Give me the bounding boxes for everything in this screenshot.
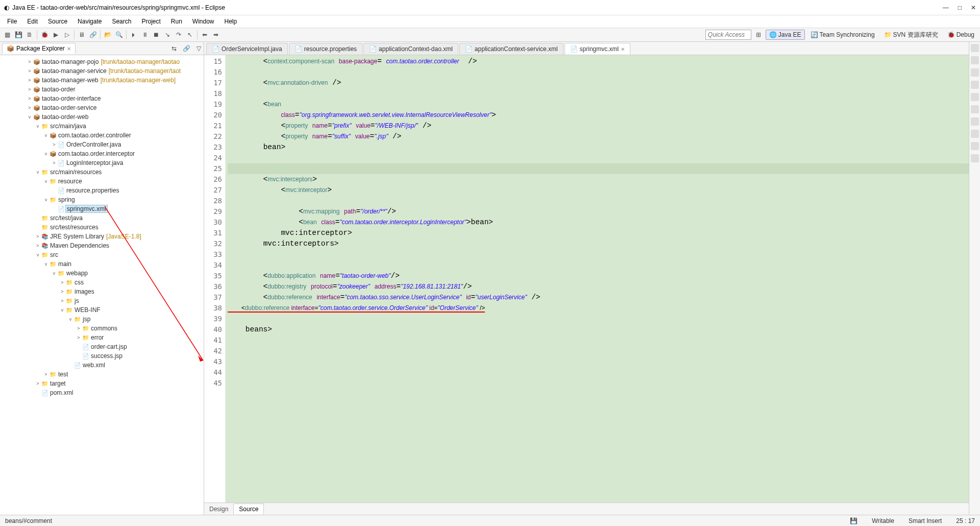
mode-tab-design[interactable]: Design bbox=[204, 504, 234, 514]
tree-item[interactable]: >📁target bbox=[0, 379, 204, 388]
tree-item[interactable]: 📄springmvc.xml bbox=[0, 204, 204, 213]
task-icon[interactable] bbox=[971, 56, 979, 64]
tree-item[interactable]: v📁src/main/java bbox=[0, 122, 204, 131]
link-editor-icon[interactable]: 🔗 bbox=[181, 43, 191, 54]
run-icon[interactable]: ▶ bbox=[51, 30, 61, 40]
run-last-icon[interactable]: ▷ bbox=[62, 30, 72, 40]
servers-icon[interactable] bbox=[971, 117, 979, 126]
editor-tab[interactable]: 📄applicationContext-dao.xml bbox=[363, 43, 458, 55]
close-icon[interactable]: ✕ bbox=[67, 46, 71, 52]
perspective-svn[interactable]: 📁SVN 资源库研究 bbox=[880, 29, 942, 41]
step-into-icon[interactable]: ↘ bbox=[162, 30, 173, 40]
outline-icon[interactable] bbox=[971, 44, 979, 52]
tree-item[interactable]: >📁css bbox=[0, 278, 204, 287]
suspend-icon[interactable]: ⏸ bbox=[140, 30, 150, 40]
new-icon[interactable]: ▦ bbox=[2, 30, 12, 40]
data-icon[interactable] bbox=[971, 130, 979, 138]
perspective-debug[interactable]: 🐞Debug bbox=[944, 30, 978, 40]
menu-search[interactable]: Search bbox=[108, 17, 135, 26]
prev-edit-icon[interactable]: ⬅ bbox=[200, 30, 210, 40]
package-explorer-tab[interactable]: 📦 Package Explorer ✕ bbox=[2, 43, 76, 54]
tree-item[interactable]: >📦taotao-order-interface bbox=[0, 94, 204, 103]
tree-item[interactable]: v📦com.taotao.order.controller bbox=[0, 131, 204, 140]
perspective-javaee[interactable]: 🌐Java EE bbox=[766, 30, 805, 40]
tree-item[interactable]: >📦taotao-manager-web[trunk/taotao-manage… bbox=[0, 76, 204, 85]
tree-item[interactable]: v📁main bbox=[0, 259, 204, 269]
menu-file[interactable]: File bbox=[3, 17, 21, 26]
tree-item[interactable]: v📦taotao-order-web bbox=[0, 112, 204, 122]
menu-project[interactable]: Project bbox=[137, 17, 164, 26]
tree-item[interactable]: v📁webapp bbox=[0, 269, 204, 278]
next-edit-icon[interactable]: ➡ bbox=[211, 30, 221, 40]
menu-edit[interactable]: Edit bbox=[23, 17, 42, 26]
open-perspective-icon[interactable]: ⊞ bbox=[753, 30, 764, 40]
open-type-icon[interactable]: 📂 bbox=[103, 30, 113, 40]
debug-icon[interactable]: 🐞 bbox=[39, 30, 50, 40]
tree-item[interactable]: 📁src/test/java bbox=[0, 213, 204, 223]
step-return-icon[interactable]: ↖ bbox=[185, 30, 195, 40]
editor-tab[interactable]: 📄springmvc.xml✕ bbox=[565, 43, 631, 55]
markers-icon[interactable] bbox=[971, 93, 979, 101]
editor-tab[interactable]: 📄applicationContext-service.xml bbox=[459, 43, 564, 55]
save-icon[interactable]: 💾 bbox=[13, 30, 23, 40]
tree-item[interactable]: v📁WEB-INF bbox=[0, 305, 204, 315]
menu-navigate[interactable]: Navigate bbox=[74, 17, 106, 26]
menu-help[interactable]: Help bbox=[220, 17, 241, 26]
minimize-button[interactable]: ― bbox=[943, 4, 949, 11]
tree-item[interactable]: v📁spring bbox=[0, 195, 204, 204]
tree-item[interactable]: 📄order-cart.jsp bbox=[0, 342, 204, 351]
close-button[interactable]: ✕ bbox=[971, 4, 976, 11]
tree-item[interactable]: 📄resource.properties bbox=[0, 186, 204, 195]
menu-run[interactable]: Run bbox=[167, 17, 186, 26]
status-bar: beans/#comment 💾 Writable Smart Insert 2… bbox=[0, 515, 980, 526]
console-icon[interactable] bbox=[971, 142, 979, 150]
code-editor[interactable]: <context:component-scan base-package= co… bbox=[226, 55, 969, 503]
tree-item[interactable]: 📄success.jsp bbox=[0, 351, 204, 361]
tree-item[interactable]: v📁resource bbox=[0, 177, 204, 186]
editor-tab[interactable]: 📄resource.properties bbox=[289, 43, 362, 55]
step-over-icon[interactable]: ↷ bbox=[174, 30, 184, 40]
tree-item[interactable]: v📁src/main/resources bbox=[0, 168, 204, 177]
tree-item[interactable]: >📦taotao-manager-service[trunk/taotao-ma… bbox=[0, 66, 204, 76]
tree-item[interactable]: 📄pom.xml bbox=[0, 388, 204, 397]
tree-item[interactable]: >📁error bbox=[0, 333, 204, 342]
project-tree[interactable]: >📦taotao-manager-pojo[trunk/taotao-manag… bbox=[0, 55, 204, 515]
status-cursor: 25 : 17 bbox=[956, 517, 975, 524]
tree-item[interactable]: v📁src bbox=[0, 250, 204, 259]
junit-icon[interactable] bbox=[971, 154, 979, 162]
tree-item[interactable]: 📄web.xml bbox=[0, 361, 204, 370]
mode-tab-source[interactable]: Source bbox=[234, 504, 264, 514]
collapse-all-icon[interactable]: ⇆ bbox=[169, 43, 179, 54]
tree-item[interactable]: >📦taotao-order bbox=[0, 85, 204, 94]
terminate-icon[interactable]: ⏹ bbox=[151, 30, 161, 40]
palette-icon[interactable] bbox=[971, 68, 979, 77]
tree-item[interactable]: v📦com.taotao.order.interceptor bbox=[0, 149, 204, 158]
view-menu-icon[interactable]: ▽ bbox=[193, 43, 204, 54]
tree-item[interactable]: >📚JRE System Library[JavaSE-1.8] bbox=[0, 232, 204, 241]
quick-access-input[interactable] bbox=[705, 30, 751, 40]
tree-item[interactable]: >📚Maven Dependencies bbox=[0, 241, 204, 250]
tree-item[interactable]: >📄LoginInterceptor.java bbox=[0, 158, 204, 168]
tree-item[interactable]: >📁commons bbox=[0, 324, 204, 333]
editor-tab[interactable]: 📄OrderServiceImpl.java bbox=[206, 43, 288, 55]
title-bar: ◐ Java EE - taotao-order-web/src/main/re… bbox=[0, 0, 980, 15]
resume-icon[interactable]: ⏵ bbox=[129, 30, 139, 40]
tree-item[interactable]: v📁jsp bbox=[0, 315, 204, 324]
tree-item[interactable]: >📁images bbox=[0, 287, 204, 296]
tree-item[interactable]: >📦taotao-manager-pojo[trunk/taotao-manag… bbox=[0, 57, 204, 66]
tree-item[interactable]: 📁src/test/resources bbox=[0, 223, 204, 232]
tree-item[interactable]: >📦taotao-order-service bbox=[0, 103, 204, 112]
snippets-icon[interactable] bbox=[971, 81, 979, 89]
maximize-button[interactable]: □ bbox=[958, 4, 962, 11]
search-icon[interactable]: 🔍 bbox=[114, 30, 124, 40]
menu-window[interactable]: Window bbox=[188, 17, 218, 26]
save-all-icon[interactable]: 🗎 bbox=[24, 30, 35, 40]
new-connection-icon[interactable]: 🔗 bbox=[88, 30, 98, 40]
new-server-icon[interactable]: 🖥 bbox=[77, 30, 87, 40]
tree-item[interactable]: >📁test bbox=[0, 370, 204, 379]
properties-icon[interactable] bbox=[971, 105, 979, 113]
menu-source[interactable]: Source bbox=[44, 17, 71, 26]
perspective-team[interactable]: 🔄Team Synchronizing bbox=[807, 30, 878, 40]
tree-item[interactable]: >📄OrderController.java bbox=[0, 140, 204, 149]
tree-item[interactable]: >📁js bbox=[0, 296, 204, 305]
